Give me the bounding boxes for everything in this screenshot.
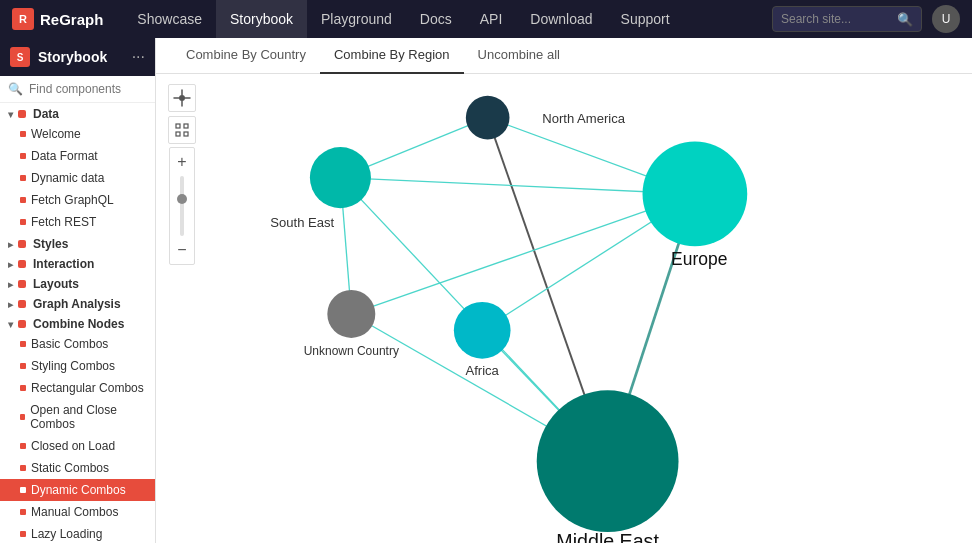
logo: R ReGraph (12, 8, 103, 30)
node-middle-east[interactable] (537, 390, 679, 532)
top-nav: R ReGraph Showcase Storybook Playground … (0, 0, 972, 38)
logo-text: ReGraph (40, 11, 103, 28)
section-layouts-chevron: ▸ (8, 279, 13, 290)
item-open-close-combos-icon (20, 414, 25, 420)
item-dynamic-combos[interactable]: Dynamic Combos (0, 479, 155, 501)
item-static-combos[interactable]: Static Combos (0, 457, 155, 479)
tab-combine-country[interactable]: Combine By Country (172, 38, 320, 74)
item-lazy-loading-icon (20, 531, 26, 537)
graph-visualization: North America South East Europe Unknown … (156, 74, 972, 543)
item-rectangular-combos-icon (20, 385, 26, 391)
section-interaction-label: Interaction (33, 257, 94, 271)
section-layouts-label: Layouts (33, 277, 79, 291)
section-interaction[interactable]: ▸ Interaction (0, 253, 155, 273)
main-content: Combine By Country Combine By Region Unc… (156, 38, 972, 543)
section-styles-chevron: ▸ (8, 239, 13, 250)
nodes: North America South East Europe Unknown … (270, 96, 747, 543)
section-graph-analysis-icon (18, 300, 26, 308)
item-fetch-graphql-icon (20, 197, 26, 203)
tabs-bar: Combine By Country Combine By Region Unc… (156, 38, 972, 74)
graph-canvas: + − (156, 74, 972, 543)
avatar[interactable]: U (932, 5, 960, 33)
logo-icon: R (12, 8, 34, 30)
section-combine-nodes-icon (18, 320, 26, 328)
item-styling-combos[interactable]: Styling Combos (0, 355, 155, 377)
item-data-format[interactable]: Data Format (0, 145, 155, 167)
section-layouts[interactable]: ▸ Layouts (0, 273, 155, 293)
section-data-icon (18, 110, 26, 118)
node-africa[interactable] (454, 302, 511, 359)
item-closed-on-load[interactable]: Closed on Load (0, 435, 155, 457)
item-fetch-rest[interactable]: Fetch REST (0, 211, 155, 233)
edge-se-eu (340, 178, 694, 194)
label-south-east: South East (270, 215, 334, 230)
section-interaction-chevron: ▸ (8, 259, 13, 270)
nav-support[interactable]: Support (607, 0, 684, 38)
item-dynamic-combos-icon (20, 487, 26, 493)
node-unknown-country[interactable] (327, 290, 375, 338)
section-styles-icon (18, 240, 26, 248)
nav-showcase[interactable]: Showcase (123, 0, 216, 38)
item-rectangular-combos[interactable]: Rectangular Combos (0, 377, 155, 399)
edge-eu-uc (351, 194, 695, 314)
node-europe[interactable] (643, 142, 748, 247)
section-combine-nodes-chevron: ▾ (8, 319, 13, 330)
section-styles[interactable]: ▸ Styles (0, 233, 155, 253)
sidebar: S Storybook ··· 🔍 / ▾ Data Welcome Data … (0, 38, 156, 543)
item-fetch-rest-icon (20, 219, 26, 225)
item-dynamic-data-icon (20, 175, 26, 181)
label-africa: Africa (465, 363, 499, 378)
section-graph-analysis-label: Graph Analysis (33, 297, 121, 311)
item-open-close-combos[interactable]: Open and Close Combos (0, 399, 155, 435)
item-lazy-loading[interactable]: Lazy Loading (0, 523, 155, 543)
label-middle-east: Middle East (556, 530, 659, 543)
nav-playground[interactable]: Playground (307, 0, 406, 38)
section-layouts-icon (18, 280, 26, 288)
section-data-label: Data (33, 107, 59, 121)
item-dynamic-data[interactable]: Dynamic data (0, 167, 155, 189)
item-basic-combos[interactable]: Basic Combos (0, 333, 155, 355)
node-north-america[interactable] (466, 96, 510, 140)
section-combine-nodes[interactable]: ▾ Combine Nodes (0, 313, 155, 333)
tab-combine-region[interactable]: Combine By Region (320, 38, 464, 74)
section-interaction-icon (18, 260, 26, 268)
sidebar-tree: ▾ Data Welcome Data Format Dynamic data … (0, 103, 155, 543)
section-combine-nodes-label: Combine Nodes (33, 317, 124, 331)
nav-api[interactable]: API (466, 0, 517, 38)
sidebar-header: S Storybook ··· (0, 38, 155, 76)
sidebar-title: Storybook (38, 49, 124, 65)
section-data-chevron: ▾ (8, 109, 13, 120)
sidebar-search-icon: 🔍 (8, 82, 23, 96)
item-manual-combos[interactable]: Manual Combos (0, 501, 155, 523)
node-south-east[interactable] (310, 147, 371, 208)
nav-links: Showcase Storybook Playground Docs API D… (123, 0, 772, 38)
section-graph-analysis-chevron: ▸ (8, 299, 13, 310)
label-unknown-country: Unknown Country (304, 344, 399, 358)
item-styling-combos-icon (20, 363, 26, 369)
item-basic-combos-icon (20, 341, 26, 347)
nav-download[interactable]: Download (516, 0, 606, 38)
item-static-combos-icon (20, 465, 26, 471)
sidebar-search-bar: 🔍 / (0, 76, 155, 103)
section-styles-label: Styles (33, 237, 68, 251)
nav-storybook[interactable]: Storybook (216, 0, 307, 38)
sidebar-logo-icon: S (10, 47, 30, 67)
nav-docs[interactable]: Docs (406, 0, 466, 38)
item-fetch-graphql[interactable]: Fetch GraphQL (0, 189, 155, 211)
search-input[interactable] (781, 12, 891, 26)
item-closed-on-load-icon (20, 443, 26, 449)
sidebar-menu-button[interactable]: ··· (132, 48, 145, 66)
item-welcome[interactable]: Welcome (0, 123, 155, 145)
section-graph-analysis[interactable]: ▸ Graph Analysis (0, 293, 155, 313)
section-data[interactable]: ▾ Data (0, 103, 155, 123)
tab-uncombine-all[interactable]: Uncombine all (464, 38, 574, 74)
search-box: 🔍 (772, 6, 922, 32)
item-manual-combos-icon (20, 509, 26, 515)
label-europe: Europe (671, 249, 727, 269)
item-welcome-icon (20, 131, 26, 137)
label-north-america: North America (542, 111, 626, 126)
search-icon: 🔍 (897, 12, 913, 27)
sidebar-search-input[interactable] (29, 82, 156, 96)
item-data-format-icon (20, 153, 26, 159)
